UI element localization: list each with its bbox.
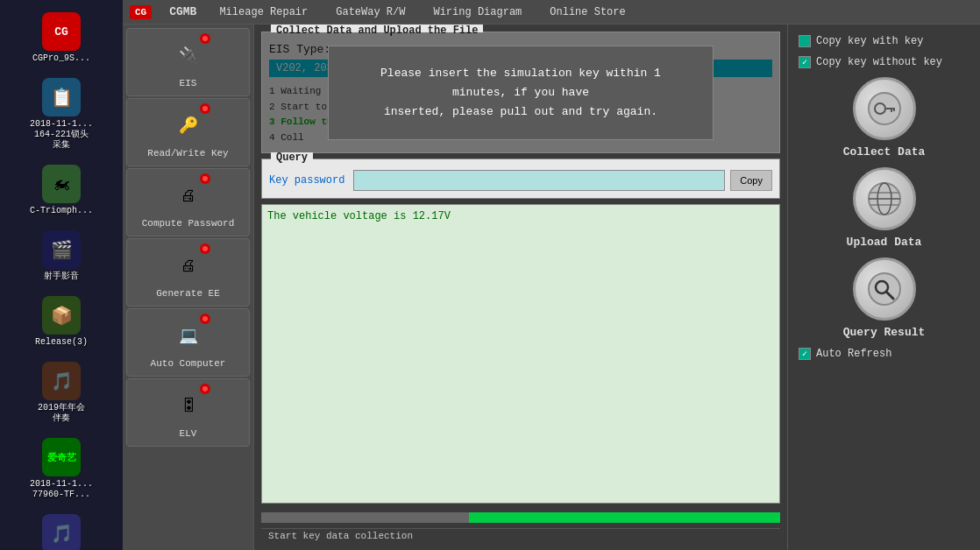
auto-refresh-label: Auto Refresh — [816, 348, 891, 360]
sidebar-btn-elv-label: ELV — [180, 428, 197, 439]
main-content: Collect Data and Upload the File EIS Typ… — [254, 25, 787, 550]
desktop-icon-yearmeeting[interactable]: 🎵 2019年年会伴奏 — [9, 358, 114, 427]
query-panel: Query Key password Copy — [261, 159, 780, 199]
query-result-label: Query Result — [843, 326, 926, 339]
checkbox-row-1: Copy key with key — [799, 35, 969, 47]
checkbox-copy-without-key-label: Copy key without key — [816, 56, 942, 68]
query-panel-title: Query — [271, 152, 313, 164]
upload-data-label: Upload Data — [847, 236, 922, 249]
sidebar-btn-eis-label: EIS — [180, 78, 197, 88]
sidebar-btn-readwrite[interactable]: 🔑 Read/Write Key — [126, 98, 250, 166]
result-area: The vehicle voltage is 12.17V — [261, 204, 780, 504]
copy-button[interactable]: Copy — [730, 170, 772, 191]
desktop-icon-triomph[interactable]: 🏍 C-Triomph... — [9, 161, 114, 220]
collect-panel: Collect Data and Upload the File EIS Typ… — [261, 32, 780, 153]
main-app: CG CGMB Mileage Repair GateWay R/W Wirin… — [123, 0, 980, 550]
desktop-icon-cgpro[interactable]: CG CGPro_9S... — [9, 9, 114, 67]
sidebar-btn-readwrite-label: Read/Write Key — [147, 148, 228, 159]
sidebar-btn-compute[interactable]: 🖨 Compute Password — [126, 168, 250, 236]
desktop-icon-shotmovie[interactable]: 🎬 射手影音 — [9, 227, 114, 286]
menu-mileage[interactable]: Mileage Repair — [214, 4, 313, 20]
status-bar: Start key data collection — [261, 528, 780, 543]
sidebar-btn-autocomputer-label: Auto Computer — [151, 358, 226, 369]
collect-data-btn[interactable]: Collect Data — [799, 77, 969, 159]
modal-overlay: Please insert the simulation key within … — [262, 32, 779, 152]
svg-point-10 — [869, 273, 900, 305]
right-panel: Copy key with key ✓ Copy key without key — [787, 25, 980, 550]
progress-bar-container — [261, 512, 780, 523]
checkbox-copy-with-key[interactable] — [799, 35, 811, 47]
upload-data-btn[interactable]: Upload Data — [799, 167, 969, 249]
upload-data-icon — [853, 167, 916, 230]
desktop: CG CGPro_9S... 📋 2018-11-1...164-221锁头采集… — [0, 0, 123, 550]
desktop-icon-release[interactable]: 📦 Release(3) — [9, 293, 114, 351]
auto-refresh-checkbox[interactable]: ✓ — [799, 348, 811, 360]
query-label: Key password — [269, 174, 348, 187]
collect-data-label: Collect Data — [843, 145, 926, 159]
query-result-icon — [853, 257, 916, 321]
sidebar-btn-generateee[interactable]: 🖨 Generate EE — [126, 238, 250, 307]
desktop-icon-iqiyi[interactable]: 爱奇艺 2018-11-1...77960-TF... — [9, 434, 114, 504]
result-text: The vehicle voltage is 12.17V — [267, 210, 451, 222]
menu-wiring[interactable]: Wiring Diagram — [428, 4, 527, 20]
desktop-icon-music[interactable]: 🎵 斯琴格日乐-山歌好比春... — [9, 511, 114, 550]
query-result-btn[interactable]: Query Result — [799, 257, 969, 339]
query-row: Key password Copy — [269, 170, 772, 191]
sidebar-btn-elv[interactable]: 🎛 ELV — [126, 378, 250, 447]
left-sidebar: 🔌 EIS 🔑 Read/Write Key 🖨 Compute Passwor… — [123, 25, 254, 550]
collect-data-icon — [853, 77, 916, 140]
menu-gateway[interactable]: GateWay R/W — [330, 4, 410, 20]
content-area: 🔌 EIS 🔑 Read/Write Key 🖨 Compute Passwor… — [123, 25, 980, 550]
menu-bar: CG CGMB Mileage Repair GateWay R/W Wirin… — [123, 0, 980, 25]
sidebar-btn-autocomputer[interactable]: 💻 Auto Computer — [126, 308, 250, 377]
modal-box: Please insert the simulation key within … — [328, 46, 714, 140]
app-name: CGMB — [169, 5, 196, 18]
sidebar-btn-generateee-label: Generate EE — [156, 288, 220, 299]
checkbox-copy-with-key-label: Copy key with key — [816, 35, 923, 47]
sidebar-btn-eis[interactable]: 🔌 EIS — [126, 28, 250, 96]
auto-refresh-row: ✓ Auto Refresh — [799, 348, 969, 360]
modal-text: Please insert the simulation key within … — [350, 64, 692, 122]
status-text: Start key data collection — [268, 531, 413, 541]
checkbox-copy-without-key[interactable]: ✓ — [799, 56, 811, 68]
menu-store[interactable]: Online Store — [544, 4, 630, 20]
app-logo: CG — [130, 5, 152, 19]
sidebar-btn-compute-label: Compute Password — [142, 218, 235, 229]
progress-bar-fill — [469, 512, 780, 523]
query-input[interactable] — [353, 170, 725, 191]
desktop-icon-tech[interactable]: 📋 2018-11-1...164-221锁头采集 — [9, 74, 114, 154]
checkbox-row-2: ✓ Copy key without key — [799, 56, 969, 68]
